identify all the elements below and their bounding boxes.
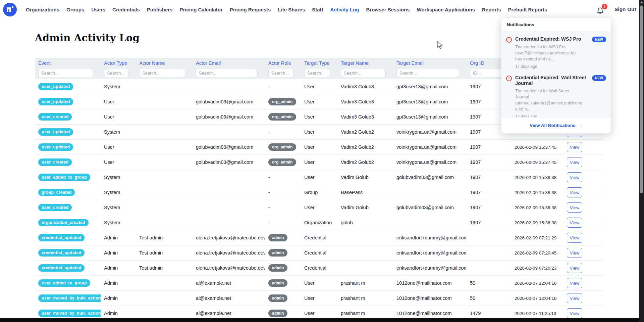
bottom-bar xyxy=(0,318,644,322)
actor-role-cell: admin xyxy=(265,264,301,272)
event-badge: user_updated xyxy=(38,83,73,90)
event-badge: group_created xyxy=(38,189,75,196)
view-button[interactable]: View xyxy=(567,218,582,228)
actor-type-cell: User xyxy=(101,99,136,104)
view-button[interactable]: View xyxy=(567,142,582,152)
target-email-cell: golubvadim03@gmail.com xyxy=(393,175,467,180)
actor-email-cell: olena.tretjakova@matecube.dev xyxy=(193,265,265,271)
actor-role-cell: admin xyxy=(265,249,301,257)
alert-circle-icon: ! xyxy=(506,76,512,81)
actor-role-none: - xyxy=(268,84,270,89)
actor-type-cell: System xyxy=(101,84,136,89)
alert-circle-icon: ! xyxy=(506,37,512,43)
actor-email-cell: golubvadim03@gmail.com xyxy=(193,114,265,120)
view-button[interactable]: View xyxy=(567,157,582,167)
event-badge: user_updated xyxy=(38,128,73,136)
event-cell: organization_created xyxy=(35,219,101,226)
actions-cell: View xyxy=(564,293,603,303)
actions-cell: View xyxy=(564,263,603,273)
target-name-cell: Vadim2 Golub2 xyxy=(337,129,393,135)
event-badge: user_added_to_group xyxy=(38,279,90,287)
nav-item-users[interactable]: Users xyxy=(91,7,105,12)
nav-item-browser-sessions[interactable]: Browser Sessions xyxy=(366,7,410,12)
nav-item-reports[interactable]: Reports xyxy=(482,7,501,12)
notification-title: Credential Expired: WSJ Pro xyxy=(515,36,589,42)
nav-item-workspace-applications[interactable]: Workspace Applications xyxy=(417,7,475,12)
vertical-scrollbar[interactable] xyxy=(639,0,644,322)
view-button[interactable]: View xyxy=(567,248,582,258)
column-filter-cell xyxy=(101,69,136,77)
column-search-input-actor-role[interactable] xyxy=(268,69,293,77)
target-type-cell: User xyxy=(301,280,337,286)
view-button[interactable]: View xyxy=(567,233,582,243)
column-search-input-actor-name[interactable] xyxy=(139,69,185,77)
view-button[interactable]: View xyxy=(567,308,582,318)
target-type-cell: User xyxy=(301,175,337,180)
timestamp-cell: 2026-02-09 15:36:38 xyxy=(511,175,564,180)
nav-item-prebuilt-reports[interactable]: Prebuilt Reports xyxy=(508,7,547,12)
notification-item[interactable]: !Credential Expired: Wall Street Journal… xyxy=(501,72,611,117)
nav-item-lite-shares[interactable]: Lite Shares xyxy=(278,7,305,12)
target-email-cell: gpt3user13@gmail.com xyxy=(393,84,467,89)
nav-item-groups[interactable]: Groups xyxy=(66,7,84,12)
view-button[interactable]: View xyxy=(567,293,582,303)
target-email-cell: voinkrygona.ua@gmail.com xyxy=(393,159,467,165)
nav-item-staff[interactable]: Staff xyxy=(312,7,323,12)
sign-out-link[interactable]: Sign Out xyxy=(614,6,636,12)
column-search-input-actor-type[interactable] xyxy=(104,69,128,77)
actor-role-cell: admin xyxy=(265,294,301,302)
actor-type-cell: Admin xyxy=(101,280,136,286)
column-search-input-event[interactable] xyxy=(38,69,93,77)
nav-item-pricing-calculator[interactable]: Pricing Calculator xyxy=(179,7,222,12)
org-id-cell: 1907 xyxy=(467,144,511,150)
view-button[interactable]: View xyxy=(567,202,582,213)
actor-role-badge: admin xyxy=(268,294,287,302)
column-search-input-target-type[interactable] xyxy=(304,69,330,77)
actor-role-badge: admin xyxy=(268,279,287,287)
logo-n-icon xyxy=(3,3,17,16)
event-badge: user_updated xyxy=(38,98,73,105)
brand-logo[interactable] xyxy=(3,3,17,16)
actor-role-none: - xyxy=(268,220,270,225)
column-search-input-org-id[interactable] xyxy=(470,69,504,77)
target-type-cell: User xyxy=(301,159,337,165)
actions-cell: View xyxy=(564,233,603,243)
nav-item-organizations[interactable]: Organizations xyxy=(26,7,59,12)
view-button[interactable]: View xyxy=(567,172,582,182)
event-cell: user_created xyxy=(35,113,101,121)
notification-item[interactable]: !Credential Expired: WSJ ProNEWThe crede… xyxy=(501,33,611,72)
event-badge: credential_updated xyxy=(38,234,85,241)
actor-name-cell: Test admin xyxy=(136,250,193,256)
nav-item-activity-log[interactable]: Activity Log xyxy=(330,7,359,12)
table-row: credential_updatedAdminTest adminolena.t… xyxy=(35,230,603,245)
scrollbar-thumb[interactable] xyxy=(640,5,643,193)
event-cell: user_updated xyxy=(35,143,101,151)
view-all-notifications-link[interactable]: View All Notifications → xyxy=(501,117,611,133)
view-button[interactable]: View xyxy=(567,187,582,197)
timestamp-cell: 2026-02-07 12:04:16 xyxy=(511,281,564,286)
view-button[interactable]: View xyxy=(567,278,582,288)
target-name-cell: Vadim Golub xyxy=(337,175,393,180)
nav-item-publishers[interactable]: Publishers xyxy=(147,7,173,12)
column-search-input-target-name[interactable] xyxy=(341,69,386,77)
target-name-cell: Vadim3 Golub3 xyxy=(337,114,393,120)
nav-item-pricing-requests[interactable]: Pricing Requests xyxy=(230,7,271,12)
column-search-input-target-email[interactable] xyxy=(396,69,459,77)
actor-role-none: - xyxy=(268,175,270,180)
actor-type-cell: User xyxy=(101,159,136,165)
notifications-panel: Notifications !Credential Expired: WSJ P… xyxy=(501,17,611,134)
notifications-bell-button[interactable]: 2 xyxy=(596,7,606,17)
actor-role-cell: org_admin xyxy=(265,113,301,121)
column-search-input-actor-email[interactable] xyxy=(196,69,258,77)
target-email-cell: golubvadim03@gmail.com xyxy=(393,205,467,210)
target-name-cell: prashant m xyxy=(337,311,393,316)
column-header-target-email: Target Email xyxy=(393,60,467,66)
actor-type-cell: Admin xyxy=(101,235,136,240)
view-button[interactable]: View xyxy=(567,263,582,273)
scrollbar-up-arrow-icon[interactable] xyxy=(640,1,643,3)
actions-cell: View xyxy=(564,218,603,228)
actor-type-cell: System xyxy=(101,205,136,210)
org-id-cell: 1907 xyxy=(467,159,511,165)
notifications-panel-title: Notifications xyxy=(501,18,611,31)
nav-item-credentials[interactable]: Credentials xyxy=(112,7,140,12)
